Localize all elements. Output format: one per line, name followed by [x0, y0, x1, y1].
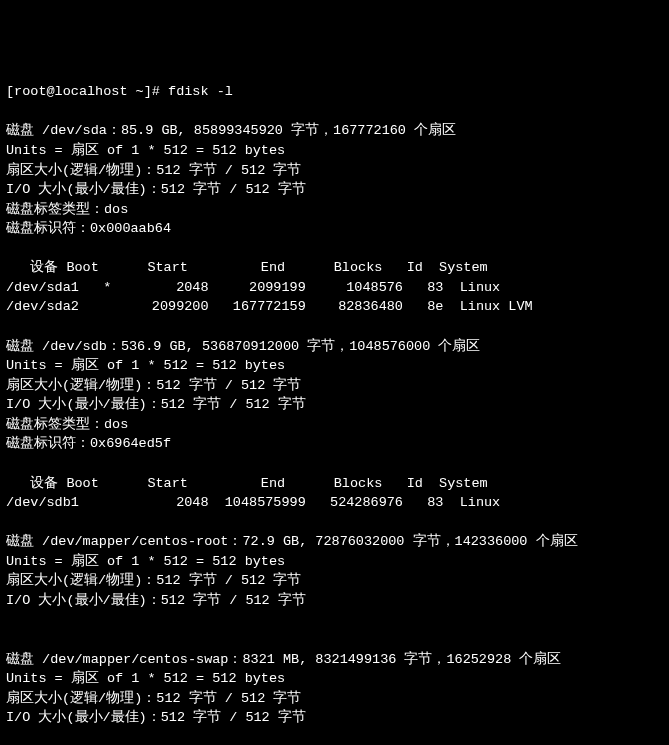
disk-swap-io: I/O 大小(最小/最佳)：512 字节 / 512 字节: [6, 710, 306, 725]
disk-sda-identifier: 磁盘标识符：0x000aab64: [6, 221, 171, 236]
disk-root-io: I/O 大小(最小/最佳)：512 字节 / 512 字节: [6, 593, 306, 608]
disk-sdb-sector: 扇区大小(逻辑/物理)：512 字节 / 512 字节: [6, 378, 301, 393]
disk-swap-sector: 扇区大小(逻辑/物理)：512 字节 / 512 字节: [6, 691, 301, 706]
disk-sda-labeltype: 磁盘标签类型：dos: [6, 202, 128, 217]
table-row: /dev/sda2 2099200 167772159 82836480 8e …: [6, 299, 533, 314]
disk-sda-sector: 扇区大小(逻辑/物理)：512 字节 / 512 字节: [6, 163, 301, 178]
disk-sda-io: I/O 大小(最小/最佳)：512 字节 / 512 字节: [6, 182, 306, 197]
command-text: fdisk -l: [168, 84, 233, 99]
disk-sdb-header: 磁盘 /dev/sdb：536.9 GB, 536870912000 字节，10…: [6, 339, 480, 354]
disk-sdb-identifier: 磁盘标识符：0x6964ed5f: [6, 436, 171, 451]
disk-sdb-io: I/O 大小(最小/最佳)：512 字节 / 512 字节: [6, 397, 306, 412]
disk-root-header: 磁盘 /dev/mapper/centos-root：72.9 GB, 7287…: [6, 534, 578, 549]
table-row: /dev/sdb1 2048 1048575999 524286976 83 L…: [6, 495, 500, 510]
partition-table-header: 设备 Boot Start End Blocks Id System: [6, 260, 488, 275]
disk-sda-header: 磁盘 /dev/sda：85.9 GB, 85899345920 字节，1677…: [6, 123, 456, 138]
partition-table-header: 设备 Boot Start End Blocks Id System: [6, 476, 488, 491]
terminal-output: [root@localhost ~]# fdisk -l 磁盘 /dev/sda…: [6, 82, 663, 745]
disk-sdb-units: Units = 扇区 of 1 * 512 = 512 bytes: [6, 358, 285, 373]
disk-sdb-labeltype: 磁盘标签类型：dos: [6, 417, 128, 432]
disk-swap-header: 磁盘 /dev/mapper/centos-swap：8321 MB, 8321…: [6, 652, 561, 667]
table-row: /dev/sda1 * 2048 2099199 1048576 83 Linu…: [6, 280, 500, 295]
disk-sda-units: Units = 扇区 of 1 * 512 = 512 bytes: [6, 143, 285, 158]
disk-swap-units: Units = 扇区 of 1 * 512 = 512 bytes: [6, 671, 285, 686]
disk-root-sector: 扇区大小(逻辑/物理)：512 字节 / 512 字节: [6, 573, 301, 588]
disk-root-units: Units = 扇区 of 1 * 512 = 512 bytes: [6, 554, 285, 569]
shell-prompt: [root@localhost ~]#: [6, 84, 168, 99]
